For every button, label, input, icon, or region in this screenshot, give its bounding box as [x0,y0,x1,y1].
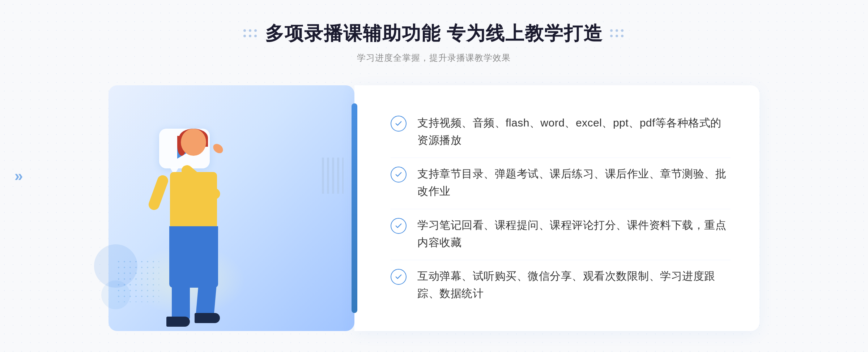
person-pants [169,226,218,288]
features-area: 支持视频、音频、flash、word、excel、ppt、pdf等各种格式的资源… [354,85,760,331]
title-dots-left [243,29,258,38]
title-dots-right [610,29,625,38]
page-wrapper: » 多项录播课辅助功能 专为线上教学打造 学习进度全掌握，提升录播课教学效果 [0,0,868,352]
person-shoe-right [195,313,220,323]
person-leg-right [196,283,217,317]
feature-item-1: 支持视频、音频、flash、word、excel、ppt、pdf等各种格式的资源… [391,107,731,156]
deco-circle-2 [101,280,130,309]
feature-item-4: 互动弹幕、试听购买、微信分享、观看次数限制、学习进度跟踪、数据统计 [391,260,731,309]
feature-text-1: 支持视频、音频、flash、word、excel、ppt、pdf等各种格式的资源… [417,114,731,149]
illustration-area [109,85,354,331]
check-icon-4 [391,269,407,285]
person-hand-right [211,142,225,155]
page-title: 多项录播课辅助功能 专为线上教学打造 [265,21,603,46]
blue-accent-bar [352,103,357,313]
person-arm-left [147,174,170,211]
title-row: 多项录播课辅助功能 专为线上教学打造 [243,21,625,46]
person-body [170,172,217,230]
person-shoe-left [166,317,190,327]
header-section: 多项录播课辅助功能 专为线上教学打造 学习进度全掌握，提升录播课教学效果 [243,21,625,64]
check-icon-1 [391,116,407,132]
person-figure [130,129,231,331]
person-head [181,129,206,156]
feature-text-3: 学习笔记回看、课程提问、课程评论打分、课件资料下载，重点内容收藏 [417,216,731,251]
page-chevrons-decoration: » [14,168,23,184]
check-icon-2 [391,167,407,183]
striped-decoration [322,158,344,194]
check-icon-3 [391,218,407,234]
person-leg-left [172,284,190,320]
content-section: 支持视频、音频、flash、word、excel、ppt、pdf等各种格式的资源… [109,85,760,331]
feature-item-2: 支持章节目录、弹题考试、课后练习、课后作业、章节测验、批改作业 [391,158,731,207]
page-subtitle: 学习进度全掌握，提升录播课教学效果 [243,52,625,64]
chevron-left-icon: » [14,168,23,184]
feature-item-3: 学习笔记回看、课程提问、课程评论打分、课件资料下载，重点内容收藏 [391,209,731,258]
feature-text-2: 支持章节目录、弹题考试、课后练习、课后作业、章节测验、批改作业 [417,165,731,200]
feature-text-4: 互动弹幕、试听购买、微信分享、观看次数限制、学习进度跟踪、数据统计 [417,267,731,302]
